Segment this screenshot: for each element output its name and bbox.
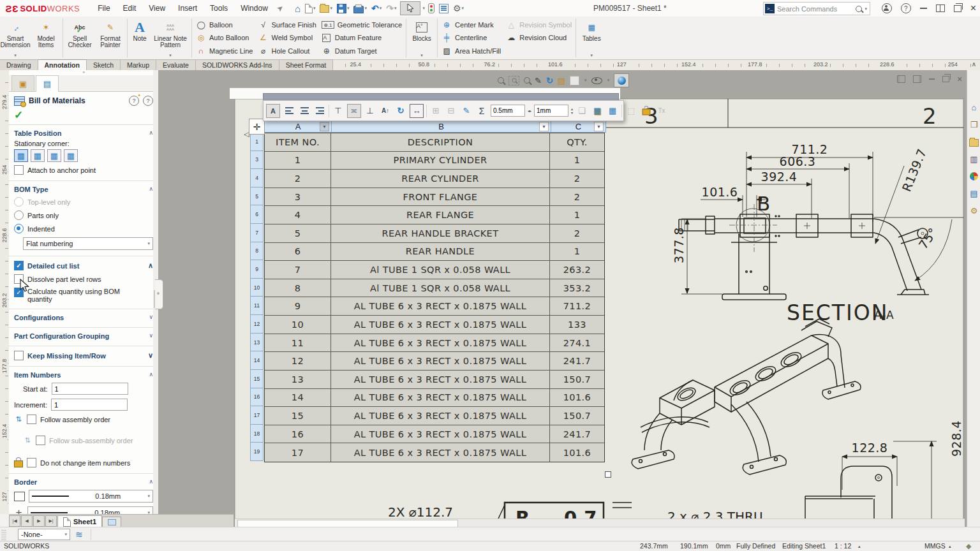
sheet-properties-button[interactable]: ▤	[558, 76, 565, 85]
help-icon[interactable]: ?	[901, 3, 911, 13]
restore-button[interactable]	[954, 5, 961, 12]
table-cell[interactable]: 13	[265, 371, 331, 388]
last-sheet-button[interactable]: ▶|	[45, 515, 57, 527]
table-cell[interactable]: 2	[265, 170, 331, 187]
cell-margin-horizontal-input[interactable]	[491, 105, 525, 117]
column-header-c[interactable]: C▼	[551, 120, 606, 133]
row-number[interactable]: 6	[250, 205, 264, 224]
table-cell[interactable]: 241.7	[550, 425, 604, 443]
valign-bottom-button[interactable]: ⊥	[364, 105, 376, 117]
equation-sum-button[interactable]: Σ	[475, 105, 488, 117]
table-cell[interactable]: AL TUBE 6 x 3 RECT x 0.1875 WALL	[331, 425, 550, 443]
open-button[interactable]: ▾	[318, 2, 334, 15]
drawing-horizontal-scrollbar[interactable]	[235, 518, 965, 527]
fit-text-button[interactable]: ↔	[410, 104, 424, 118]
close-button[interactable]: ×	[970, 4, 976, 13]
hole-callout-button[interactable]: ⌀Hole Callout	[258, 45, 316, 57]
collapse-ribbon-icon[interactable]: ∧	[972, 61, 976, 68]
menu-view[interactable]: View	[142, 0, 172, 17]
align-center-button[interactable]	[298, 105, 311, 117]
row-number[interactable]: 15	[250, 370, 264, 388]
row-number[interactable]: 13	[250, 334, 264, 352]
table-cell[interactable]: 1	[265, 152, 331, 170]
keep-missing-checkbox[interactable]	[14, 351, 24, 360]
pane-right-icon[interactable]	[913, 75, 921, 83]
table-cell[interactable]: 2	[550, 170, 604, 187]
table-cell[interactable]: 17	[265, 443, 331, 462]
account-icon[interactable]	[882, 3, 892, 13]
pane-left-icon[interactable]	[897, 75, 905, 83]
chevron-down-icon[interactable]: ∨	[148, 351, 153, 360]
column-header-a[interactable]: A▼	[264, 120, 332, 133]
first-sheet-button[interactable]: |◀	[9, 515, 20, 527]
row-number[interactable]: 17	[250, 406, 264, 425]
table-cell[interactable]: 150.7	[550, 407, 604, 425]
magnetic-line-button[interactable]: ∩Magnetic Line	[196, 45, 253, 57]
chevron-down-icon[interactable]: ∨	[149, 314, 153, 321]
area-hatch-button[interactable]: ▨Area Hatch/Fill	[442, 45, 501, 57]
minimize-button[interactable]	[920, 8, 927, 9]
layer-properties-icon[interactable]: ≋	[75, 529, 83, 540]
appearances-icon[interactable]	[967, 168, 980, 185]
row-number[interactable]: 12	[250, 315, 264, 334]
dynamic-annotation-button[interactable]: ✎	[535, 76, 542, 85]
table-cell[interactable]: AL TUBE 6 x 3 RECT x 0.1875 WALL	[331, 316, 550, 334]
header-cell[interactable]: DESCRIPTION	[331, 133, 550, 151]
row-number[interactable]: 7	[250, 224, 264, 242]
table-cell[interactable]: 8	[265, 279, 331, 297]
sheet-scale[interactable]: 1 : 12	[835, 542, 851, 550]
tab-markup[interactable]: Markup	[121, 59, 156, 70]
corner-top-left-button[interactable]: ▦	[14, 149, 28, 162]
use-document-font-button[interactable]: A	[266, 104, 280, 118]
chevron-up-icon[interactable]: ∧	[149, 129, 153, 137]
follow-assembly-checkbox[interactable]	[27, 415, 36, 424]
rotate-text-button[interactable]: ↻	[394, 105, 407, 117]
align-left-button[interactable]	[283, 105, 295, 117]
format-painter-button[interactable]: ✎ Format Painter	[95, 17, 126, 59]
save-button[interactable]: ▾	[336, 2, 351, 15]
table-cell[interactable]: 9	[265, 297, 331, 315]
undo-button[interactable]: ↶▾	[370, 2, 383, 15]
table-cell[interactable]: 10	[265, 316, 331, 334]
start-at-input[interactable]	[52, 383, 128, 395]
corner-top-right-button[interactable]: ▦	[31, 149, 45, 162]
tab-sketch[interactable]: Sketch	[87, 59, 121, 70]
unit-system[interactable]: MMGS	[924, 542, 946, 550]
header-cell[interactable]: ITEM NO.	[265, 133, 331, 151]
grid-border-thickness-dropdown[interactable]: 0.18mm▾	[27, 506, 153, 514]
table-cell[interactable]: 7	[265, 261, 331, 279]
no-change-checkbox[interactable]	[27, 458, 36, 467]
table-cell[interactable]: 2	[550, 224, 604, 242]
centerline-button[interactable]: ╪Centerline	[442, 32, 501, 43]
table-cell[interactable]: 1	[550, 243, 604, 261]
row-number[interactable]: 8	[250, 242, 264, 261]
table-cell[interactable]: 4	[265, 206, 331, 224]
rotate-view-button[interactable]: ↻	[546, 76, 553, 85]
table-cell[interactable]: REAR FLANGE	[331, 206, 550, 224]
numbering-dropdown[interactable]: Flat numbering▾	[23, 237, 153, 250]
doc-minimize-button[interactable]	[929, 78, 935, 80]
chevron-down-icon[interactable]: ▼	[539, 122, 549, 131]
linear-note-pattern-button[interactable]: AAA AAA Linear Note Pattern ▾	[151, 17, 190, 59]
table-cell[interactable]: 2	[550, 188, 604, 206]
doc-restore-button[interactable]	[942, 76, 949, 82]
table-cell[interactable]: AL TUBE 6 x 3 RECT x 0.1875 WALL	[331, 443, 550, 462]
custom-properties-icon[interactable]: ▤	[967, 185, 980, 202]
home-icon[interactable]: ⌂	[967, 99, 980, 116]
attach-anchor-checkbox[interactable]	[14, 165, 24, 175]
home-button[interactable]: ⌂	[293, 2, 302, 15]
row-number[interactable]: 10	[250, 279, 264, 297]
tab-solidworks-add-ins[interactable]: SOLIDWORKS Add-Ins	[196, 59, 279, 70]
row-number[interactable]: 18	[250, 425, 264, 443]
chevron-down-icon[interactable]: ▾	[420, 53, 423, 58]
whats-new-help-icon[interactable]: ?	[129, 96, 139, 106]
display-style-button[interactable]	[614, 73, 629, 87]
align-right-button[interactable]	[313, 105, 326, 117]
table-cell[interactable]: AL TUBE 6 x 3 RECT x 0.1875 WALL	[331, 389, 550, 407]
tab-annotation[interactable]: Annotation	[38, 59, 87, 70]
bom-table[interactable]: ITEM NO.DESCRIPTIONQTY.1PRIMARY CYLINDER…	[264, 133, 605, 462]
increment-input[interactable]	[51, 399, 128, 411]
lock-table-button[interactable]	[640, 105, 653, 117]
cell-margin-vertical-input[interactable]	[534, 105, 568, 117]
smart-dimension-button[interactable]: ↔ Smart Dimension ▾	[0, 17, 31, 59]
